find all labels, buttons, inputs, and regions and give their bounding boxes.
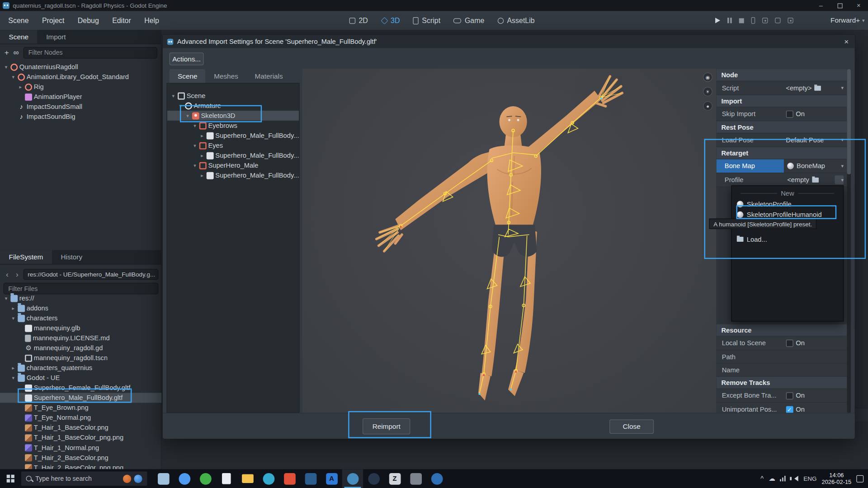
dropdown-item-skeletonprofilehumanoid[interactable]: SkeletonProfileHumanoid	[732, 209, 843, 220]
expand-arrow-icon[interactable]: ▾	[170, 93, 176, 99]
instance-scene-icon[interactable]: ∞	[14, 48, 19, 57]
forward-arrow-icon[interactable]: ›	[13, 270, 21, 279]
scene-tree-row[interactable]: ▾ AnimationLibrary_Godot_Standard	[0, 72, 162, 82]
taskbar-notepad-icon[interactable]	[216, 469, 237, 488]
import-tree-row[interactable]: ▸ Superhero_Male_FullBody...	[167, 170, 299, 180]
taskbar-blue-a-app-icon[interactable]: A	[321, 469, 342, 488]
volume-icon[interactable]	[792, 476, 799, 481]
folder-icon[interactable]	[815, 85, 821, 90]
section-rest-pose[interactable]: Rest Pose	[716, 121, 847, 133]
dialog-close-icon[interactable]: ×	[838, 37, 855, 46]
taskbar-search[interactable]: Type here to search	[21, 471, 147, 486]
basketball-widget-icon[interactable]	[123, 474, 131, 483]
bone-map-value[interactable]: BoneMap	[797, 162, 825, 170]
expand-arrow-icon[interactable]: ▾	[3, 296, 9, 301]
file-row[interactable]: T_Hair_2_BaseColor.png	[0, 453, 162, 463]
file-row[interactable]: mannequiny.glb	[0, 323, 162, 333]
section-remove-tracks[interactable]: Remove Tracks	[716, 377, 847, 389]
section-node[interactable]: Node	[716, 69, 847, 81]
preview-light-icon[interactable]: ☀	[703, 87, 712, 96]
expand-arrow-icon[interactable]: ▾	[185, 113, 190, 118]
file-row[interactable]: T_Eye_Brown.png	[0, 403, 162, 413]
taskbar-steam-blue-icon[interactable]	[426, 469, 448, 488]
menu-item[interactable]: Debug	[71, 11, 105, 30]
import-tree-row[interactable]: ▾ Armature	[167, 101, 299, 111]
filter-files-input[interactable]	[3, 283, 158, 295]
pause-button[interactable]	[727, 18, 732, 23]
expand-arrow-icon[interactable]: ▸	[199, 153, 205, 158]
workspace-tab[interactable]: AssetLib	[491, 11, 541, 30]
file-row[interactable]: ▾ Godot - UE	[0, 373, 162, 383]
file-row[interactable]: T_Hair_1_BaseColor_png.png	[0, 433, 162, 443]
file-row[interactable]: T_Eye_Normal.png	[0, 413, 162, 422]
cloud-icon[interactable]: ☁	[769, 475, 775, 483]
taskbar-chrome-icon[interactable]	[174, 469, 195, 488]
file-row[interactable]: ▾ res://	[0, 293, 162, 303]
tab-filesystem[interactable]: FileSystem	[0, 250, 52, 264]
profile-dropdown-button[interactable]: ▾	[835, 175, 844, 184]
file-row[interactable]: T_Hair_2_BaseColor_png.png	[0, 463, 162, 469]
file-row[interactable]: T_Hair_1_Normal.png	[0, 443, 162, 453]
workspace-tab[interactable]: Script	[407, 11, 446, 30]
scene-tree-row[interactable]: ImpactSoundSmall	[0, 102, 162, 112]
import-tree-row[interactable]: ▸ Superhero_Male_FullBody...	[167, 150, 299, 160]
taskbar-code-editor-icon[interactable]	[300, 469, 321, 488]
reimport-button[interactable]: Reimport	[363, 418, 410, 435]
menu-item[interactable]: Help	[137, 11, 165, 30]
import-tree-row[interactable]: ▾ SuperHero_Male	[167, 160, 299, 170]
taskbar-green-app-icon[interactable]	[195, 469, 216, 488]
dialog-tab-scene[interactable]: Scene	[170, 69, 206, 83]
close-button[interactable]: Close	[609, 419, 654, 434]
back-arrow-icon[interactable]: ‹	[3, 270, 11, 279]
scene-tree-row[interactable]: ▸ Rig	[0, 82, 162, 92]
menu-item[interactable]: Scene	[2, 11, 36, 30]
file-row[interactable]: ▸ addons	[0, 303, 162, 313]
clock[interactable]: 14:06 2026-02-15	[821, 471, 851, 486]
workspace-tab[interactable]: 2D	[343, 11, 374, 30]
chevron-down-icon[interactable]: ▾	[841, 163, 844, 169]
scene-tree-row[interactable]: AnimationPlayer	[0, 92, 162, 102]
scrollbar-thumb[interactable]	[847, 69, 851, 174]
filter-nodes-input[interactable]	[24, 47, 157, 58]
expand-arrow-icon[interactable]: ▾	[10, 315, 16, 321]
model-preview-viewport[interactable]: ◉ ☀ ●	[302, 69, 717, 413]
import-tree-row[interactable]: ▾ Eyes	[167, 141, 299, 150]
dropdown-item-load[interactable]: Load...	[732, 234, 843, 244]
dropdown-item-skeletonprofile[interactable]: SkeletonProfile	[732, 199, 843, 209]
file-row[interactable]: Superhero_Female_FullBody.gltf	[0, 383, 162, 393]
maximize-button[interactable]	[830, 0, 849, 11]
play-custom-scene-button[interactable]	[788, 18, 793, 23]
local-to-scene-checkbox[interactable]	[786, 339, 793, 347]
expand-arrow-icon[interactable]: ▸	[199, 133, 205, 138]
expand-arrow-icon[interactable]: ▸	[10, 365, 16, 371]
taskbar-task-view-icon[interactable]	[153, 469, 174, 488]
file-row[interactable]: ▾ characters	[0, 313, 162, 323]
file-row[interactable]: Superhero_Male_FullBody.gltf	[0, 393, 162, 403]
action-center-icon[interactable]	[856, 475, 863, 482]
preview-environment-icon[interactable]: ●	[703, 101, 712, 111]
expand-arrow-icon[interactable]: ▾	[10, 74, 16, 80]
section-resource[interactable]: Resource	[716, 324, 847, 337]
taskbar-archiver-icon[interactable]: Z	[384, 469, 406, 488]
cortana-icon[interactable]	[134, 474, 142, 483]
minimize-button[interactable]: –	[811, 0, 830, 11]
script-value[interactable]: <empty>	[786, 84, 811, 92]
hidden-icons-chevron-icon[interactable]: ^	[760, 475, 764, 483]
dialog-tab-meshes[interactable]: Meshes	[206, 69, 246, 83]
file-row[interactable]: T_Hair_1_BaseColor.png	[0, 423, 162, 433]
inspector-scrollbar[interactable]	[847, 69, 851, 413]
scene-tree-row[interactable]: ImpactSoundBig	[0, 112, 162, 122]
remote-debug-button[interactable]	[751, 17, 755, 24]
import-tree-row[interactable]: ▾ Skeleton3D	[167, 111, 299, 121]
tab-history[interactable]: History	[52, 250, 91, 264]
start-button[interactable]	[0, 469, 21, 488]
taskbar-steam-icon[interactable]	[363, 469, 384, 488]
actions-button[interactable]: Actions...	[170, 52, 204, 65]
chevron-down-icon[interactable]: ▾	[841, 85, 844, 91]
expand-arrow-icon[interactable]: ▾	[192, 163, 198, 168]
expand-arrow-icon[interactable]: ▸	[18, 84, 23, 89]
chevron-down-icon[interactable]: ▾	[841, 137, 844, 143]
workspace-tab[interactable]: Game	[448, 11, 491, 30]
preview-camera-icon[interactable]: ◉	[703, 72, 712, 82]
tab-import[interactable]: Import	[38, 30, 75, 44]
